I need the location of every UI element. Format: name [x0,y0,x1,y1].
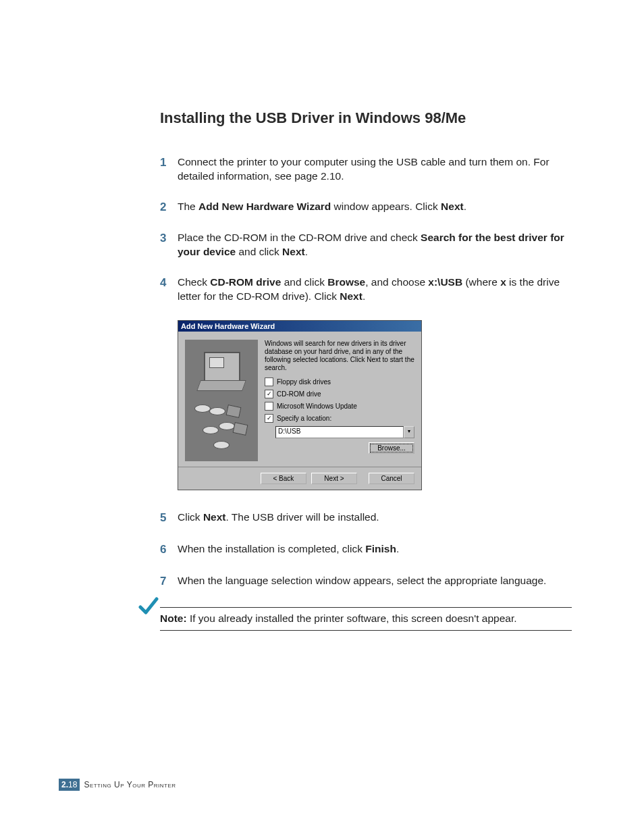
text: When the installation is completed, clic… [178,543,365,554]
back-button[interactable]: < Back [261,473,306,484]
text: . [464,201,466,212]
text: The [178,201,198,212]
text: Place the CD-ROM in the CD-ROM drive and… [178,232,421,243]
step-1: 1 Connect the printer to your computer u… [160,155,572,184]
checkbox-label: Floppy disk drives [277,378,331,386]
step-body: Click Next. The USB driver will be insta… [178,511,572,525]
step-number: 2 [160,200,178,215]
step-2: 2 The Add New Hardware Wizard window app… [160,200,572,215]
step-5: 5 Click Next. The USB driver will be ins… [160,511,572,526]
text: . [305,246,308,257]
bold-text: x [500,276,506,288]
text: . [363,290,365,302]
bold-text: Finish [365,543,396,554]
note-check-icon [138,596,159,617]
text: (where [462,276,500,288]
step-number: 5 [160,511,178,526]
note-label: Note: [160,613,187,624]
cancel-button[interactable]: Cancel [369,473,414,484]
bold-text: Add New Hardware Wizard [198,201,331,212]
checkbox-label: CD-ROM drive [277,390,321,398]
page-number: 18 [68,780,77,789]
step-number: 7 [160,574,178,590]
step-7: 7 When the language selection window app… [160,574,572,590]
bold-text: CD-ROM drive [210,276,281,288]
bold-text: Browse [327,276,365,288]
step-number: 4 [160,276,178,291]
step-number: 6 [160,542,178,558]
bold-text: Next [340,290,363,302]
checkbox-winupdate[interactable]: Microsoft Windows Update [265,402,414,411]
checkbox-location[interactable]: Specify a location: [265,414,414,423]
checkbox-icon [265,377,273,386]
text: window appears. Click [331,201,441,212]
text: . The USB driver will be installed. [226,511,379,523]
dropdown-arrow-icon[interactable]: ▾ [404,426,414,438]
checkbox-cdrom[interactable]: CD-ROM drive [265,390,414,398]
footer-title: Setting Up Your Printer [84,780,176,789]
note-text: If you already installed the printer sof… [187,613,517,624]
checkbox-icon [265,402,273,411]
text: and click [236,246,282,257]
browse-button[interactable]: Browse... [369,442,414,454]
next-button[interactable]: Next > [311,473,357,484]
bold-text: Next [282,246,305,257]
step-6: 6 When the installation is completed, cl… [160,542,572,558]
wizard-titlebar: Add New Hardware Wizard [178,321,421,332]
step-number: 1 [160,155,178,171]
checkbox-floppy[interactable]: Floppy disk drives [265,377,414,386]
page-number-badge: 2.18 [59,779,80,791]
step-body: When the language selection window appea… [178,574,572,588]
bold-text: Next [203,511,226,523]
step-body: Place the CD-ROM in the CD-ROM drive and… [178,231,572,259]
checkbox-icon [265,414,273,423]
step-body: Connect the printer to your computer usi… [178,155,572,184]
step-3: 3 Place the CD-ROM in the CD-ROM drive a… [160,231,572,259]
bold-text: x:\USB [428,276,462,288]
bold-text: Next [441,201,464,212]
note-block: Note: If you already installed the print… [59,607,572,631]
checkbox-label: Microsoft Windows Update [277,402,357,410]
step-4: 4 Check CD-ROM drive and click Browse, a… [160,276,572,304]
checkbox-icon [265,390,273,398]
wizard-intro-text: Windows will search for new drivers in i… [265,340,414,372]
step-body: The Add New Hardware Wizard window appea… [178,200,572,214]
text: , and choose [365,276,428,288]
checkbox-label: Specify a location: [277,415,331,422]
wizard-illustration [185,340,258,461]
step-body: Check CD-ROM drive and click Browse, and… [178,276,572,304]
wizard-dialog: Add New Hardware Wizard Windows will sea… [178,320,422,490]
text: and click [281,276,327,288]
page-footer: 2.18 Setting Up Your Printer [59,779,176,791]
step-number: 3 [160,231,178,246]
section-heading: Installing the USB Driver in Windows 98/… [160,108,572,128]
step-body: When the installation is completed, clic… [178,542,572,556]
chapter-number: 2. [61,780,68,789]
text: Click [178,511,203,523]
text: Check [178,276,210,288]
location-input[interactable]: D:\USB [275,426,404,438]
text: . [396,543,399,554]
